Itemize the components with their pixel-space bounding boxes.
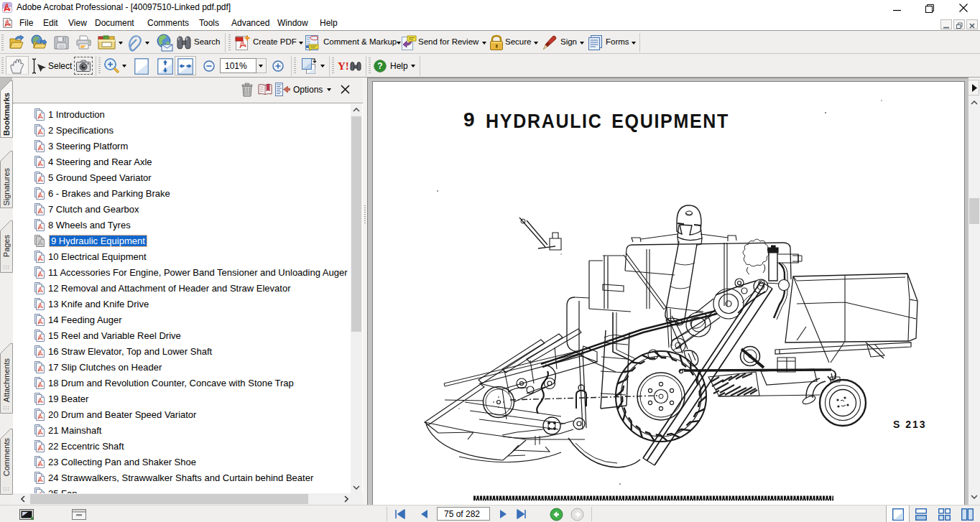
svg-text:S 213: S 213	[893, 419, 927, 430]
svg-text:?: ?	[377, 61, 382, 71]
